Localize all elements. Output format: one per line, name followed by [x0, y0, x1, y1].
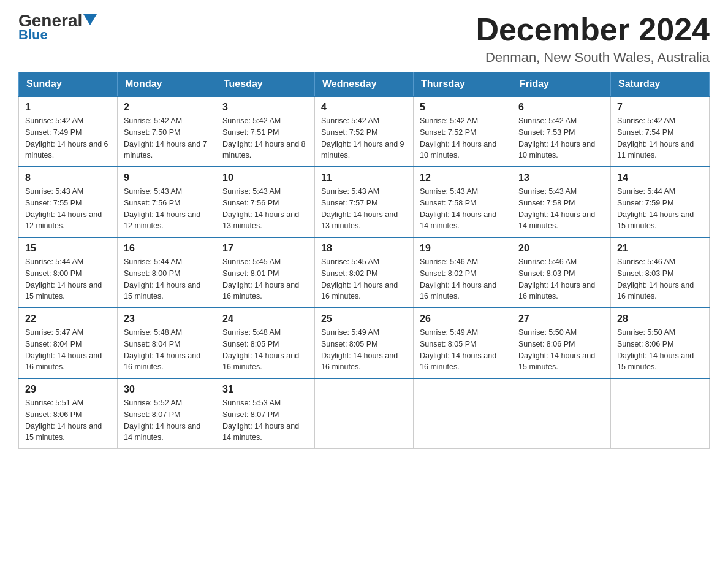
- day-number: 16: [124, 243, 210, 254]
- day-info: Sunrise: 5:44 AMSunset: 8:00 PMDaylight:…: [124, 256, 210, 302]
- day-info: Sunrise: 5:46 AMSunset: 8:03 PMDaylight:…: [617, 256, 703, 302]
- calendar-cell: 28Sunrise: 5:50 AMSunset: 8:06 PMDayligh…: [611, 308, 710, 378]
- day-info: Sunrise: 5:52 AMSunset: 8:07 PMDaylight:…: [124, 397, 210, 443]
- day-number: 2: [124, 102, 210, 113]
- calendar-cell: 31Sunrise: 5:53 AMSunset: 8:07 PMDayligh…: [216, 378, 315, 449]
- day-info: Sunrise: 5:46 AMSunset: 8:02 PMDaylight:…: [420, 256, 506, 302]
- day-number: 24: [222, 313, 308, 324]
- day-info: Sunrise: 5:43 AMSunset: 7:58 PMDaylight:…: [420, 186, 506, 232]
- logo-icon: [83, 14, 97, 25]
- day-info: Sunrise: 5:43 AMSunset: 7:56 PMDaylight:…: [222, 186, 308, 232]
- day-info: Sunrise: 5:53 AMSunset: 8:07 PMDaylight:…: [222, 397, 308, 443]
- week-row-2: 8Sunrise: 5:43 AMSunset: 7:55 PMDaylight…: [19, 167, 710, 237]
- calendar-cell: 24Sunrise: 5:48 AMSunset: 8:05 PMDayligh…: [216, 308, 315, 378]
- calendar-cell: 14Sunrise: 5:44 AMSunset: 7:59 PMDayligh…: [611, 167, 710, 237]
- calendar: SundayMondayTuesdayWednesdayThursdayFrid…: [18, 72, 710, 449]
- calendar-cell: 5Sunrise: 5:42 AMSunset: 7:52 PMDaylight…: [414, 96, 512, 167]
- weekday-header-wednesday: Wednesday: [315, 72, 414, 97]
- calendar-cell: [315, 378, 414, 449]
- weekday-header-thursday: Thursday: [414, 72, 512, 97]
- day-number: 6: [518, 102, 604, 113]
- day-info: Sunrise: 5:42 AMSunset: 7:54 PMDaylight:…: [617, 115, 703, 161]
- calendar-cell: 27Sunrise: 5:50 AMSunset: 8:06 PMDayligh…: [512, 308, 611, 378]
- calendar-cell: 15Sunrise: 5:44 AMSunset: 8:00 PMDayligh…: [19, 237, 118, 308]
- day-number: 25: [321, 313, 407, 324]
- calendar-cell: 8Sunrise: 5:43 AMSunset: 7:55 PMDaylight…: [19, 167, 118, 237]
- calendar-cell: 30Sunrise: 5:52 AMSunset: 8:07 PMDayligh…: [118, 378, 216, 449]
- day-info: Sunrise: 5:47 AMSunset: 8:04 PMDaylight:…: [25, 327, 111, 373]
- day-info: Sunrise: 5:42 AMSunset: 7:52 PMDaylight:…: [420, 115, 506, 161]
- week-row-3: 15Sunrise: 5:44 AMSunset: 8:00 PMDayligh…: [19, 237, 710, 308]
- day-number: 14: [617, 172, 703, 183]
- calendar-cell: 16Sunrise: 5:44 AMSunset: 8:00 PMDayligh…: [118, 237, 216, 308]
- day-number: 18: [321, 243, 407, 254]
- day-info: Sunrise: 5:42 AMSunset: 7:49 PMDaylight:…: [25, 115, 111, 161]
- day-info: Sunrise: 5:48 AMSunset: 8:04 PMDaylight:…: [124, 327, 210, 373]
- day-info: Sunrise: 5:50 AMSunset: 8:06 PMDaylight:…: [617, 327, 703, 373]
- week-row-5: 29Sunrise: 5:51 AMSunset: 8:06 PMDayligh…: [19, 378, 710, 449]
- logo-line2: Blue: [18, 27, 48, 43]
- weekday-header-saturday: Saturday: [611, 72, 710, 97]
- day-info: Sunrise: 5:43 AMSunset: 7:56 PMDaylight:…: [124, 186, 210, 232]
- calendar-cell: 4Sunrise: 5:42 AMSunset: 7:52 PMDaylight…: [315, 96, 414, 167]
- calendar-cell: 25Sunrise: 5:49 AMSunset: 8:05 PMDayligh…: [315, 308, 414, 378]
- calendar-cell: 6Sunrise: 5:42 AMSunset: 7:53 PMDaylight…: [512, 96, 611, 167]
- calendar-cell: [414, 378, 512, 449]
- weekday-header-tuesday: Tuesday: [216, 72, 315, 97]
- calendar-cell: 13Sunrise: 5:43 AMSunset: 7:58 PMDayligh…: [512, 167, 611, 237]
- title-area: December 2024 Denman, New South Wales, A…: [476, 12, 710, 66]
- day-info: Sunrise: 5:45 AMSunset: 8:01 PMDaylight:…: [222, 256, 308, 302]
- day-number: 31: [222, 384, 308, 395]
- day-number: 22: [25, 313, 111, 324]
- subtitle: Denman, New South Wales, Australia: [476, 50, 710, 66]
- calendar-cell: 21Sunrise: 5:46 AMSunset: 8:03 PMDayligh…: [611, 237, 710, 308]
- day-number: 29: [25, 384, 111, 395]
- calendar-cell: 19Sunrise: 5:46 AMSunset: 8:02 PMDayligh…: [414, 237, 512, 308]
- calendar-cell: 22Sunrise: 5:47 AMSunset: 8:04 PMDayligh…: [19, 308, 118, 378]
- day-number: 13: [518, 172, 604, 183]
- calendar-cell: 23Sunrise: 5:48 AMSunset: 8:04 PMDayligh…: [118, 308, 216, 378]
- day-info: Sunrise: 5:45 AMSunset: 8:02 PMDaylight:…: [321, 256, 407, 302]
- logo: General Blue: [18, 12, 97, 43]
- calendar-cell: 20Sunrise: 5:46 AMSunset: 8:03 PMDayligh…: [512, 237, 611, 308]
- day-info: Sunrise: 5:50 AMSunset: 8:06 PMDaylight:…: [518, 327, 604, 373]
- calendar-cell: 2Sunrise: 5:42 AMSunset: 7:50 PMDaylight…: [118, 96, 216, 167]
- day-info: Sunrise: 5:46 AMSunset: 8:03 PMDaylight:…: [518, 256, 604, 302]
- calendar-header-row: SundayMondayTuesdayWednesdayThursdayFrid…: [19, 72, 710, 97]
- week-row-1: 1Sunrise: 5:42 AMSunset: 7:49 PMDaylight…: [19, 96, 710, 167]
- calendar-cell: 3Sunrise: 5:42 AMSunset: 7:51 PMDaylight…: [216, 96, 315, 167]
- day-info: Sunrise: 5:44 AMSunset: 7:59 PMDaylight:…: [617, 186, 703, 232]
- day-number: 8: [25, 172, 111, 183]
- day-number: 23: [124, 313, 210, 324]
- day-info: Sunrise: 5:42 AMSunset: 7:51 PMDaylight:…: [222, 115, 308, 161]
- day-info: Sunrise: 5:49 AMSunset: 8:05 PMDaylight:…: [321, 327, 407, 373]
- calendar-cell: 10Sunrise: 5:43 AMSunset: 7:56 PMDayligh…: [216, 167, 315, 237]
- day-number: 27: [518, 313, 604, 324]
- day-number: 10: [222, 172, 308, 183]
- day-number: 4: [321, 102, 407, 113]
- day-info: Sunrise: 5:42 AMSunset: 7:53 PMDaylight:…: [518, 115, 604, 161]
- day-number: 1: [25, 102, 111, 113]
- day-number: 21: [617, 243, 703, 254]
- calendar-cell: 9Sunrise: 5:43 AMSunset: 7:56 PMDaylight…: [118, 167, 216, 237]
- day-info: Sunrise: 5:43 AMSunset: 7:57 PMDaylight:…: [321, 186, 407, 232]
- day-number: 3: [222, 102, 308, 113]
- day-number: 19: [420, 243, 506, 254]
- day-number: 26: [420, 313, 506, 324]
- day-info: Sunrise: 5:44 AMSunset: 8:00 PMDaylight:…: [25, 256, 111, 302]
- day-number: 11: [321, 172, 407, 183]
- calendar-cell: 17Sunrise: 5:45 AMSunset: 8:01 PMDayligh…: [216, 237, 315, 308]
- day-info: Sunrise: 5:51 AMSunset: 8:06 PMDaylight:…: [25, 397, 111, 443]
- calendar-cell: 26Sunrise: 5:49 AMSunset: 8:05 PMDayligh…: [414, 308, 512, 378]
- day-number: 30: [124, 384, 210, 395]
- day-number: 12: [420, 172, 506, 183]
- day-info: Sunrise: 5:49 AMSunset: 8:05 PMDaylight:…: [420, 327, 506, 373]
- day-number: 15: [25, 243, 111, 254]
- page: General Blue December 2024 Denman, New S…: [0, 0, 728, 461]
- day-number: 17: [222, 243, 308, 254]
- main-title: December 2024: [476, 12, 710, 47]
- day-info: Sunrise: 5:42 AMSunset: 7:50 PMDaylight:…: [124, 115, 210, 161]
- day-info: Sunrise: 5:43 AMSunset: 7:55 PMDaylight:…: [25, 186, 111, 232]
- day-number: 28: [617, 313, 703, 324]
- day-info: Sunrise: 5:42 AMSunset: 7:52 PMDaylight:…: [321, 115, 407, 161]
